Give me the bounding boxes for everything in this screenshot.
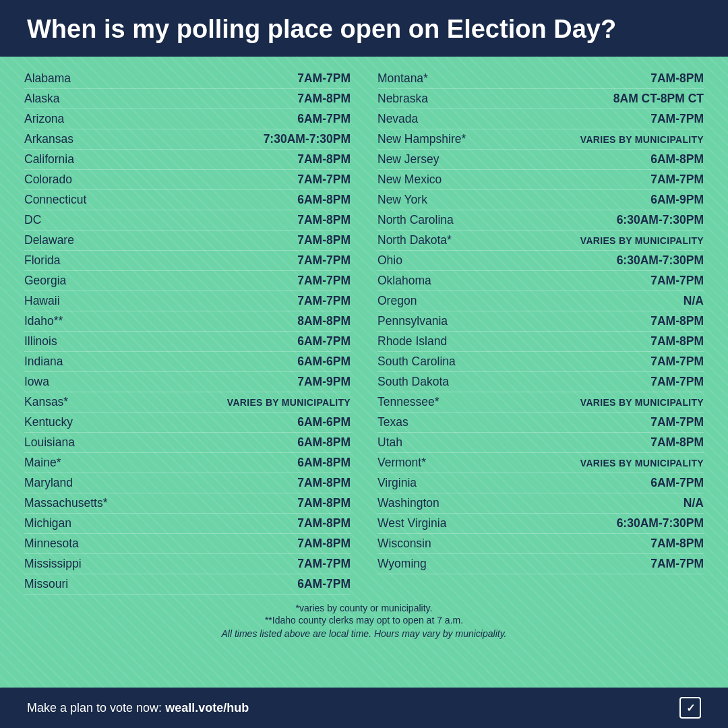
state-hours: 7AM-8PM bbox=[650, 537, 704, 551]
table-row: New York6AM-9PM bbox=[377, 190, 704, 210]
table-row: South Carolina7AM-7PM bbox=[377, 352, 704, 372]
footnote-3: All times listed above are local time. H… bbox=[24, 628, 704, 639]
state-name: Montana* bbox=[377, 71, 499, 86]
state-hours: 6AM-7PM bbox=[297, 334, 351, 348]
state-hours: 6AM-8PM bbox=[297, 193, 351, 207]
table-row: Indiana6AM-6PM bbox=[24, 352, 351, 372]
state-name: Washington bbox=[377, 496, 499, 510]
state-name: Idaho** bbox=[24, 314, 146, 328]
state-name: Illinois bbox=[24, 334, 146, 348]
table-row: Arkansas7:30AM-7:30PM bbox=[24, 129, 351, 150]
state-hours: 7AM-7PM bbox=[650, 375, 704, 389]
table-row: Utah7AM-8PM bbox=[377, 433, 704, 453]
table-row: Texas7AM-7PM bbox=[377, 413, 704, 433]
state-name: California bbox=[24, 152, 146, 166]
table-row: WashingtonN/A bbox=[377, 493, 704, 514]
state-name: Tennessee* bbox=[377, 395, 499, 409]
table-row: Mississippi7AM-7PM bbox=[24, 554, 351, 574]
state-name: Michigan bbox=[24, 516, 146, 530]
state-name: North Carolina bbox=[377, 213, 499, 227]
state-hours: 7AM-8PM bbox=[297, 92, 351, 106]
table-row: South Dakota7AM-7PM bbox=[377, 372, 704, 392]
state-hours: 6AM-6PM bbox=[297, 355, 351, 369]
table-row: Maine*6AM-8PM bbox=[24, 453, 351, 473]
main-content: Alabama7AM-7PMAlaska7AM-8PMArizona6AM-7P… bbox=[0, 57, 728, 688]
state-name: New York bbox=[377, 193, 499, 207]
state-hours: 6:30AM-7:30PM bbox=[617, 253, 704, 268]
state-hours: VARIES BY MUNICIPALITY bbox=[580, 397, 704, 408]
state-name: West Virginia bbox=[377, 516, 499, 530]
state-name: Nebraska bbox=[377, 92, 499, 106]
table-row: Nebraska8AM CT-8PM CT bbox=[377, 89, 704, 109]
state-hours: 8AM-8PM bbox=[297, 314, 351, 328]
state-name: Massachusetts* bbox=[24, 496, 146, 510]
state-name: New Hampshire* bbox=[377, 132, 499, 146]
table-row: Tennessee*VARIES BY MUNICIPALITY bbox=[377, 392, 704, 413]
state-name: North Dakota* bbox=[377, 233, 499, 247]
state-name: Rhode Island bbox=[377, 334, 499, 348]
footer-checkmark-icon: ✓ bbox=[679, 697, 701, 719]
left-column: Alabama7AM-7PMAlaska7AM-8PMArizona6AM-7P… bbox=[24, 69, 351, 595]
state-hours: 6AM-7PM bbox=[297, 577, 351, 591]
state-name: Wisconsin bbox=[377, 537, 499, 551]
footer: Make a plan to vote now: weall.vote/hub … bbox=[0, 688, 728, 728]
state-name: Arkansas bbox=[24, 132, 146, 146]
state-name: Delaware bbox=[24, 233, 146, 247]
state-hours: N/A bbox=[684, 294, 704, 308]
state-hours: 7AM-7PM bbox=[297, 71, 351, 86]
state-hours: 7AM-8PM bbox=[297, 496, 351, 510]
state-hours: 6AM-6PM bbox=[297, 415, 351, 429]
state-hours: 7AM-8PM bbox=[297, 213, 351, 227]
state-hours: VARIES BY MUNICIPALITY bbox=[580, 458, 704, 468]
table-row: Oklahoma7AM-7PM bbox=[377, 271, 704, 291]
state-name: New Jersey bbox=[377, 152, 499, 166]
table-row: North Carolina6:30AM-7:30PM bbox=[377, 210, 704, 231]
state-name: Ohio bbox=[377, 253, 499, 268]
table-row: Idaho**8AM-8PM bbox=[24, 311, 351, 332]
table-row: Rhode Island7AM-8PM bbox=[377, 332, 704, 352]
state-name: Nevada bbox=[377, 112, 499, 126]
state-hours: N/A bbox=[684, 496, 704, 510]
state-hours: VARIES BY MUNICIPALITY bbox=[580, 134, 704, 145]
table-row: Wyoming7AM-7PM bbox=[377, 554, 704, 574]
state-name: Kansas* bbox=[24, 395, 146, 409]
state-name: DC bbox=[24, 213, 146, 227]
table-row: Illinois6AM-7PM bbox=[24, 332, 351, 352]
state-hours: 7AM-8PM bbox=[297, 516, 351, 530]
state-hours: 7AM-7PM bbox=[650, 355, 704, 369]
state-hours: 7AM-8PM bbox=[297, 537, 351, 551]
state-name: Indiana bbox=[24, 355, 146, 369]
table-row: Louisiana6AM-8PM bbox=[24, 433, 351, 453]
state-name: Florida bbox=[24, 253, 146, 268]
table-row: Delaware7AM-8PM bbox=[24, 231, 351, 251]
table-row: Missouri6AM-7PM bbox=[24, 574, 351, 595]
state-name: Colorado bbox=[24, 173, 146, 187]
state-name: Maryland bbox=[24, 476, 146, 490]
table-row: Arizona6AM-7PM bbox=[24, 109, 351, 129]
state-hours: 7AM-7PM bbox=[297, 253, 351, 268]
table-row: California7AM-8PM bbox=[24, 150, 351, 170]
state-hours: 6AM-8PM bbox=[297, 456, 351, 470]
table-row: Virginia6AM-7PM bbox=[377, 473, 704, 493]
footnote-2: **Idaho county clerks may opt to open at… bbox=[24, 615, 704, 626]
table-row: Massachusetts*7AM-8PM bbox=[24, 493, 351, 514]
state-name: Alaska bbox=[24, 92, 146, 106]
state-name: Virginia bbox=[377, 476, 499, 490]
state-hours: 6:30AM-7:30PM bbox=[617, 516, 704, 530]
table-row: North Dakota*VARIES BY MUNICIPALITY bbox=[377, 231, 704, 251]
state-hours: VARIES BY MUNICIPALITY bbox=[227, 397, 351, 408]
state-hours: 7AM-7PM bbox=[650, 112, 704, 126]
page-wrapper: When is my polling place open on Electio… bbox=[0, 0, 728, 728]
state-hours: 7AM-8PM bbox=[650, 435, 704, 450]
state-name: Arizona bbox=[24, 112, 146, 126]
state-hours: 7AM-8PM bbox=[297, 233, 351, 247]
table-row: Iowa7AM-9PM bbox=[24, 372, 351, 392]
state-name: Georgia bbox=[24, 274, 146, 288]
table-row: New Jersey6AM-8PM bbox=[377, 150, 704, 170]
state-hours: 7AM-8PM bbox=[297, 152, 351, 166]
footer-cta-link[interactable]: weall.vote/hub bbox=[165, 701, 249, 715]
table-row: Georgia7AM-7PM bbox=[24, 271, 351, 291]
table-row: Vermont*VARIES BY MUNICIPALITY bbox=[377, 453, 704, 473]
state-hours: 6AM-8PM bbox=[297, 435, 351, 450]
state-hours: 7AM-7PM bbox=[297, 294, 351, 308]
